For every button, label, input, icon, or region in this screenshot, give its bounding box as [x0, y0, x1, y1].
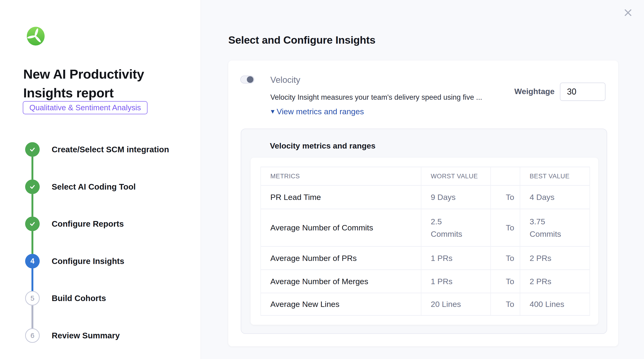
- table-header-cell: [491, 167, 520, 186]
- best-value-cell: 2 PRs: [520, 247, 590, 270]
- chevron-down-icon: ▼: [270, 108, 276, 115]
- step-label-2[interactable]: Select AI Coding Tool: [52, 181, 192, 193]
- wizard-stepper: Create/Select SCM integrationSelect AI C…: [0, 0, 200, 359]
- to-cell: To: [491, 293, 520, 316]
- to-cell: To: [491, 209, 520, 247]
- worst-value-cell: 1 PRs: [421, 270, 491, 293]
- velocity-toggle[interactable]: [240, 75, 254, 83]
- step-circle-1[interactable]: [25, 142, 40, 157]
- worst-value-cell: 1 PRs: [421, 247, 491, 270]
- metric-name-cell: PR Lead Time: [261, 186, 421, 209]
- metrics-table-head: METRICSWORST VALUEBEST VALUE: [261, 167, 590, 186]
- metrics-panel: Velocity metrics and ranges METRICSWORST…: [241, 129, 607, 334]
- insight-card: Velocity Velocity Insight measures your …: [228, 60, 618, 346]
- metrics-table: METRICSWORST VALUEBEST VALUE PR Lead Tim…: [260, 167, 590, 316]
- metric-name-cell: Average Number of Commits: [261, 209, 421, 247]
- table-header-cell: METRICS: [261, 167, 421, 186]
- step-label-4[interactable]: Configure Insights: [52, 255, 192, 267]
- table-header-row: METRICSWORST VALUEBEST VALUE: [261, 167, 590, 186]
- step-circle-2[interactable]: [25, 179, 40, 194]
- step-connector: [32, 231, 33, 254]
- step-label-1[interactable]: Create/Select SCM integration: [52, 143, 192, 156]
- table-row: Average New Lines20 LinesTo400 Lines: [261, 293, 590, 316]
- metrics-panel-title: Velocity metrics and ranges: [270, 141, 376, 150]
- view-metrics-link[interactable]: ▼ View metrics and ranges: [270, 107, 364, 116]
- metrics-table-body: PR Lead Time9 DaysTo4 DaysAverage Number…: [261, 186, 590, 316]
- sidebar: New AI Productivity Insights report Qual…: [0, 0, 201, 359]
- table-row: Average Number of Merges1 PRsTo2 PRs: [261, 270, 590, 293]
- table-header-cell: BEST VALUE: [520, 167, 590, 186]
- table-row: PR Lead Time9 DaysTo4 Days: [261, 186, 590, 209]
- step-label-5[interactable]: Build Cohorts: [52, 292, 192, 304]
- weightage-input[interactable]: [560, 83, 606, 101]
- view-metrics-link-label: View metrics and ranges: [277, 107, 364, 116]
- screen: New AI Productivity Insights report Qual…: [0, 0, 644, 359]
- metrics-table-card: METRICSWORST VALUEBEST VALUE PR Lead Tim…: [250, 158, 598, 325]
- best-value-cell: 3.75 Commits: [520, 209, 590, 247]
- toggle-knob: [247, 76, 254, 83]
- step-label-6[interactable]: Review Summary: [52, 330, 192, 342]
- step-connector: [32, 268, 33, 291]
- metric-name-cell: Average Number of PRs: [261, 247, 421, 270]
- to-cell: To: [491, 247, 520, 270]
- best-value-cell: 2 PRs: [520, 270, 590, 293]
- metric-name-cell: Average New Lines: [261, 293, 421, 316]
- step-circle-4[interactable]: 4: [25, 254, 40, 268]
- to-cell: To: [491, 186, 520, 209]
- page-title: Select and Configure Insights: [228, 34, 375, 46]
- step-connector: [32, 306, 33, 328]
- table-row: Average Number of PRs1 PRsTo2 PRs: [261, 247, 590, 270]
- table-row: Average Number of Commits2.5 CommitsTo3.…: [261, 209, 590, 247]
- worst-value-cell: 9 Days: [421, 186, 491, 209]
- step-circle-3[interactable]: [25, 217, 40, 231]
- close-icon[interactable]: [622, 6, 634, 19]
- step-circle-6[interactable]: 6: [25, 328, 40, 343]
- weightage-label: Weightage: [514, 87, 554, 96]
- best-value-cell: 4 Days: [520, 186, 590, 209]
- insight-name: Velocity: [270, 75, 300, 85]
- step-connector: [32, 157, 33, 179]
- insight-description: Velocity Insight measures your team's de…: [270, 93, 512, 102]
- step-label-3[interactable]: Configure Reports: [52, 218, 192, 230]
- worst-value-cell: 20 Lines: [421, 293, 491, 316]
- step-circle-5[interactable]: 5: [25, 291, 40, 306]
- step-connector: [32, 194, 33, 217]
- best-value-cell: 400 Lines: [520, 293, 590, 316]
- worst-value-cell: 2.5 Commits: [421, 209, 491, 247]
- to-cell: To: [491, 270, 520, 293]
- metric-name-cell: Average Number of Merges: [261, 270, 421, 293]
- table-header-cell: WORST VALUE: [421, 167, 491, 186]
